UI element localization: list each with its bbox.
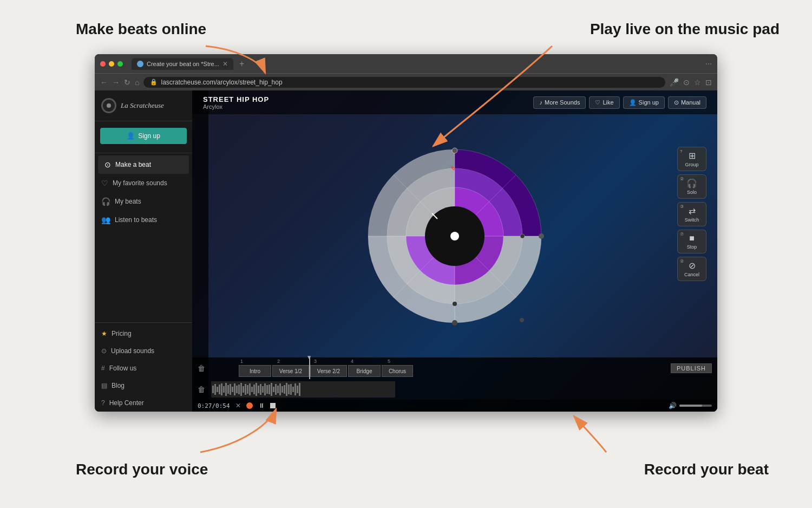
- sidebar-bottom: ★ Pricing ⊙ Upload sounds # Follow us ▤ …: [95, 322, 192, 412]
- signup-top-button[interactable]: 👤 Sign up: [623, 96, 665, 109]
- refresh-btn[interactable]: ↻: [124, 78, 130, 87]
- trash-button-2[interactable]: 🗑: [198, 385, 205, 394]
- close-playback-btn[interactable]: ✕: [235, 402, 241, 409]
- manual-icon: ⊙: [674, 99, 679, 106]
- ssl-icon: 🔒: [150, 79, 158, 86]
- blog-icon: ▤: [101, 382, 107, 389]
- solo-label: Solo: [687, 190, 697, 195]
- beat-num-5: 5: [386, 359, 423, 364]
- switch-button[interactable]: ③ ⇄ Switch: [677, 202, 706, 226]
- make-beat-label: Make a beat: [115, 161, 151, 168]
- trash-button-1[interactable]: 🗑: [198, 364, 205, 373]
- svg-rect-38: [238, 385, 240, 394]
- sidebar-item-my-beats[interactable]: 🎧 My beats: [95, 192, 192, 211]
- record-button[interactable]: [246, 402, 253, 409]
- svg-rect-49: [262, 386, 264, 393]
- volume-slider[interactable]: [679, 405, 712, 407]
- browser-menu[interactable]: ⋯: [705, 60, 712, 68]
- app-content: La Scratcheuse 👤 Sign up ⊙ Make a beat ♡…: [95, 90, 717, 412]
- segment-row: Intro Verse 1/2 Verse 2/2 Bridge Chorus: [239, 365, 413, 377]
- segment-chorus[interactable]: Chorus: [382, 365, 413, 377]
- cancel-label: Cancel: [684, 272, 699, 277]
- split-icon[interactable]: ⊡: [705, 78, 712, 87]
- cancel-num: ②: [680, 259, 684, 264]
- stop-transport-button[interactable]: [270, 403, 276, 408]
- svg-point-9: [539, 233, 544, 239]
- star-icon[interactable]: ☆: [694, 78, 701, 87]
- sidebar-item-follow-us[interactable]: # Follow us: [95, 360, 192, 377]
- sidebar-item-pricing[interactable]: ★ Pricing: [95, 325, 192, 342]
- pricing-label: Pricing: [112, 330, 132, 337]
- heart-like-icon: ♡: [595, 99, 600, 106]
- sidebar-item-favorite-sounds[interactable]: ♡ My favorite sounds: [95, 174, 192, 192]
- sign-up-label: Sign up: [138, 132, 160, 140]
- circular-pad[interactable]: 🔖: [352, 133, 558, 339]
- more-sounds-label: More Sounds: [545, 99, 580, 106]
- tab-favicon: [137, 61, 143, 67]
- pause-button[interactable]: ⏸: [258, 402, 265, 409]
- svg-rect-29: [219, 385, 220, 394]
- home-btn[interactable]: ⌂: [135, 78, 139, 87]
- svg-rect-27: [214, 384, 216, 395]
- pad-svg[interactable]: 🔖: [352, 133, 558, 339]
- svg-rect-42: [247, 385, 248, 394]
- headphone-icon: 🎧: [101, 197, 110, 206]
- switch-icon: ⇄: [689, 206, 696, 216]
- sidebar-item-upload-sounds[interactable]: ⊙ Upload sounds: [95, 342, 192, 360]
- mic-icon[interactable]: 🎤: [670, 78, 679, 87]
- browser-expand-dot[interactable]: [117, 61, 123, 67]
- url-text: lascratcheuse.com/arcylox/street_hip_hop: [161, 79, 282, 86]
- segment-verse-1[interactable]: Verse 1/2: [272, 365, 309, 377]
- segment-verse-2[interactable]: Verse 2/2: [310, 365, 347, 377]
- waveform-visualization[interactable]: [211, 381, 395, 398]
- track-title: STREET HIP HOP: [203, 95, 533, 103]
- new-tab-btn[interactable]: +: [239, 59, 244, 69]
- segment-bridge[interactable]: Bridge: [348, 365, 381, 377]
- user-icon: 👤: [127, 132, 135, 140]
- back-btn[interactable]: ←: [100, 78, 108, 87]
- cancel-icon: ⊘: [689, 260, 696, 271]
- svg-rect-66: [299, 383, 300, 396]
- svg-rect-62: [290, 384, 292, 395]
- sign-up-button[interactable]: 👤 Sign up: [100, 128, 187, 144]
- browser-close-dot[interactable]: [100, 61, 106, 67]
- svg-rect-57: [279, 383, 281, 395]
- svg-point-10: [520, 234, 525, 238]
- switch-label: Switch: [685, 217, 699, 223]
- stop-button[interactable]: ⑦ ■ Stop: [677, 230, 706, 253]
- address-bar[interactable]: 🔒 lascratcheuse.com/arcylox/street_hip_h…: [143, 77, 665, 88]
- track-artist: Arcylox: [203, 103, 533, 110]
- forward-btn[interactable]: →: [112, 78, 120, 87]
- browser-tab[interactable]: Create your beat on *Stre... ✕: [132, 58, 233, 70]
- solo-button[interactable]: ② 🎧 Solo: [677, 174, 706, 199]
- sidebar-item-listen-to-beats[interactable]: 👥 Listen to beats: [95, 211, 192, 229]
- segment-intro[interactable]: Intro: [239, 365, 271, 377]
- cancel-button[interactable]: ② ⊘ Cancel: [677, 257, 706, 281]
- group-button[interactable]: ? ⊞ Group: [677, 147, 706, 171]
- more-sounds-button[interactable]: ♪ More Sounds: [533, 96, 586, 109]
- publish-button[interactable]: PUBLISH: [671, 363, 712, 373]
- favorite-sounds-label: My favorite sounds: [113, 179, 167, 187]
- like-button[interactable]: ♡ Like: [589, 96, 619, 109]
- help-label: Help Center: [109, 399, 144, 407]
- sidebar-item-blog[interactable]: ▤ Blog: [95, 377, 192, 394]
- logo-text: La Scratcheuse: [121, 101, 164, 110]
- tab-close-btn[interactable]: ✕: [222, 60, 228, 68]
- volume-icon[interactable]: 🔊: [669, 402, 677, 409]
- time-display: 0:27/0:54: [198, 402, 230, 409]
- lens-icon[interactable]: ⊙: [683, 78, 690, 87]
- svg-rect-46: [256, 383, 257, 396]
- annotation-record-voice: Record your voice: [76, 461, 208, 478]
- waveform-svg: [211, 381, 395, 398]
- transport-bar: 0:27/0:54 ✕ ⏸ 🔊: [192, 400, 717, 412]
- browser-minimize-dot[interactable]: [109, 61, 114, 67]
- sidebar-divider: [95, 153, 192, 153]
- sidebar-item-help[interactable]: ? Help Center: [95, 394, 192, 412]
- upload-sounds-label: Upload sounds: [111, 347, 154, 355]
- svg-rect-58: [281, 386, 283, 393]
- annotation-make-beats: Make beats online: [76, 21, 206, 38]
- svg-point-8: [450, 232, 459, 240]
- help-icon: ?: [101, 399, 105, 407]
- sidebar-item-make-beat[interactable]: ⊙ Make a beat: [98, 155, 189, 174]
- manual-button[interactable]: ⊙ Manual: [668, 96, 706, 109]
